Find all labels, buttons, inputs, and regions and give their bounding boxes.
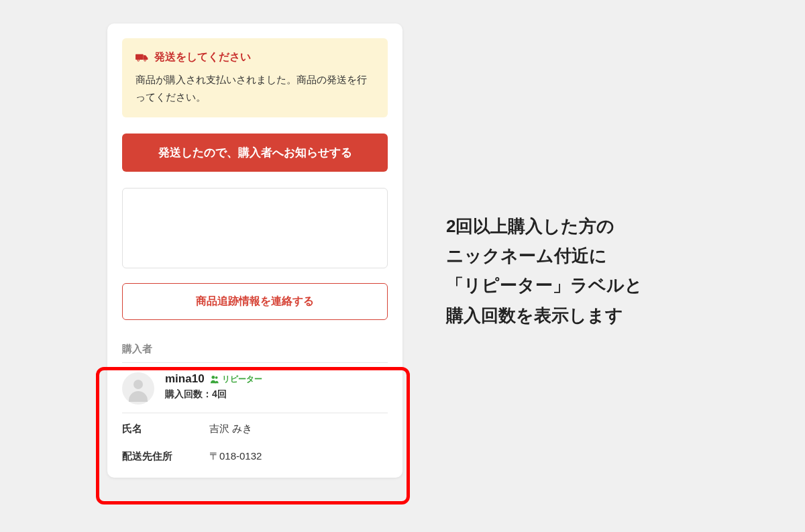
notice-heading-text: 発送をしてください xyxy=(154,50,251,64)
annotation-line: 2回以上購入した方の xyxy=(446,211,643,241)
annotation-text: 2回以上購入した方の ニックネーム付近に 「リピーター」ラベルと 購入回数を表示… xyxy=(446,211,643,330)
avatar xyxy=(122,372,154,405)
name-label: 氏名 xyxy=(122,423,209,435)
annotation-line: 購入回数を表示します xyxy=(446,301,643,330)
address-value: 〒018-0132 xyxy=(209,450,262,463)
address-label: 配送先住所 xyxy=(122,450,209,463)
purchase-count: 購入回数：4回 xyxy=(165,388,388,401)
notice-heading: 発送をしてください xyxy=(136,50,374,64)
address-row: 配送先住所 〒018-0132 xyxy=(122,435,388,463)
annotation-line: 「リピーター」ラベルと xyxy=(446,270,643,300)
name-value: 吉沢 みき xyxy=(209,423,252,435)
svg-rect-0 xyxy=(136,54,144,60)
phone-card: 発送をしてください 商品が購入され支払いされました。商品の発送を行ってください。… xyxy=(107,23,402,478)
tracking-info-button[interactable]: 商品追跡情報を連絡する xyxy=(122,283,388,320)
repeater-label: リピーター xyxy=(222,374,262,385)
annotation-line: ニックネーム付近に xyxy=(446,241,643,270)
repeater-badge: リピーター xyxy=(210,374,262,385)
svg-point-6 xyxy=(215,376,217,379)
svg-point-5 xyxy=(211,376,215,379)
svg-point-4 xyxy=(144,60,146,61)
notify-shipped-button[interactable]: 発送したので、購入者へお知らせする xyxy=(122,134,388,172)
people-icon xyxy=(210,374,219,384)
buyer-nickname: mina10 xyxy=(165,372,205,386)
blank-card xyxy=(122,188,388,268)
svg-point-2 xyxy=(138,60,139,61)
buyer-row[interactable]: mina10 リピーター 購入回数：4回 xyxy=(122,363,388,413)
shipping-notice: 発送をしてください 商品が購入され支払いされました。商品の発送を行ってください。 xyxy=(122,38,388,117)
name-row: 氏名 吉沢 みき xyxy=(122,413,388,435)
buyer-info: mina10 リピーター 購入回数：4回 xyxy=(165,372,388,401)
buyer-section-label: 購入者 xyxy=(122,343,388,356)
notice-body: 商品が購入され支払いされました。商品の発送を行ってください。 xyxy=(136,71,374,105)
truck-icon xyxy=(136,53,149,62)
